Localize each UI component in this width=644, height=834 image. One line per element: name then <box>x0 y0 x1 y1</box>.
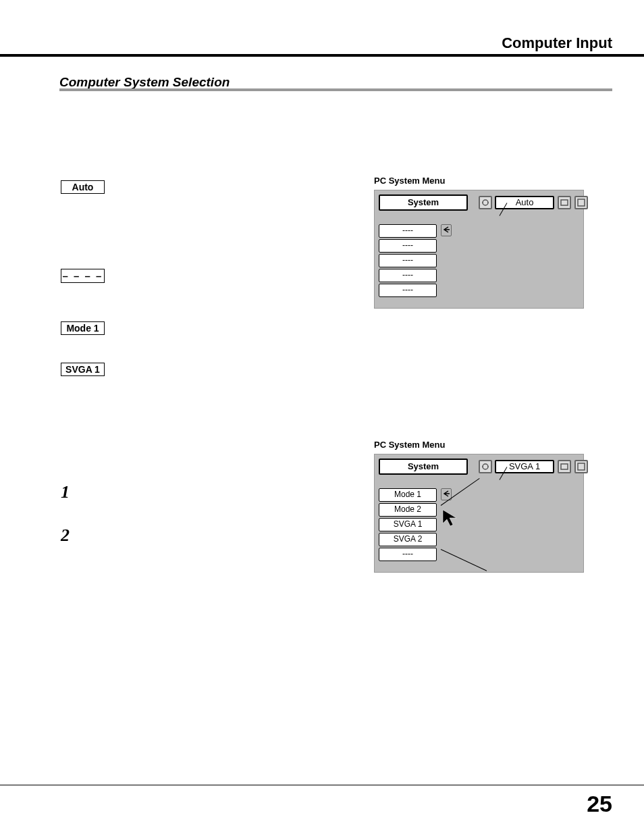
menu2-item[interactable]: Mode 1 <box>379 488 437 502</box>
menu2-caption: PC System Menu <box>374 440 445 450</box>
label-svga1: SVGA 1 <box>61 363 105 376</box>
step-2: 2 <box>61 525 70 546</box>
menu1-item[interactable]: ---- <box>379 269 437 282</box>
label-auto: Auto <box>61 180 105 194</box>
menu2-body: Mode 1 Mode 2 SVGA 1 SVGA 2 ---- <box>379 488 437 563</box>
footer-rule <box>0 785 644 785</box>
menu-icon-b[interactable] <box>558 196 571 209</box>
label-mode1: Mode 1 <box>61 321 105 335</box>
menu-icon-c[interactable] <box>574 196 588 209</box>
menu1-item[interactable]: ---- <box>379 239 437 253</box>
menu-icon-b[interactable] <box>558 460 571 473</box>
menu1-caption: PC System Menu <box>374 176 445 186</box>
menu2-item[interactable]: ---- <box>379 548 437 561</box>
menu-icon-a[interactable] <box>479 460 492 473</box>
menu2-item[interactable]: SVGA 1 <box>379 518 437 531</box>
section-title: Computer System Selection <box>59 75 230 90</box>
pointer-icon <box>441 224 452 236</box>
menu2-item[interactable]: Mode 2 <box>379 503 437 517</box>
menu1-body: ---- ---- ---- ---- ---- <box>379 224 437 298</box>
svg-rect-8 <box>561 464 568 469</box>
page-number: 25 <box>587 791 612 817</box>
callout-line <box>441 549 487 571</box>
svg-point-0 <box>483 200 488 205</box>
menu1-item[interactable]: ---- <box>379 224 437 238</box>
label-dash: – – – – <box>61 269 105 283</box>
menu-icon-c[interactable] <box>574 460 588 473</box>
menu1-title: System <box>379 194 468 211</box>
svg-point-5 <box>483 464 488 469</box>
menu2-title: System <box>379 459 468 475</box>
menu1-item[interactable]: ---- <box>379 284 437 297</box>
svg-rect-4 <box>578 199 585 206</box>
header-rule <box>0 54 644 57</box>
svg-rect-9 <box>578 463 585 470</box>
section-rule <box>59 88 612 91</box>
step-1: 1 <box>61 482 70 502</box>
pc-system-menu-2: System SVGA 1 Mode 1 Mode 2 SVGA 1 SVGA … <box>374 454 584 573</box>
menu2-item[interactable]: SVGA 2 <box>379 533 437 546</box>
cursor-icon <box>441 509 475 542</box>
pc-system-menu-1: System Auto ---- ---- ---- ---- ---- <box>374 190 584 309</box>
menu1-item[interactable]: ---- <box>379 254 437 267</box>
page-header: Computer Input <box>502 34 612 52</box>
svg-rect-3 <box>561 200 568 205</box>
menu-icon-a[interactable] <box>479 196 492 209</box>
